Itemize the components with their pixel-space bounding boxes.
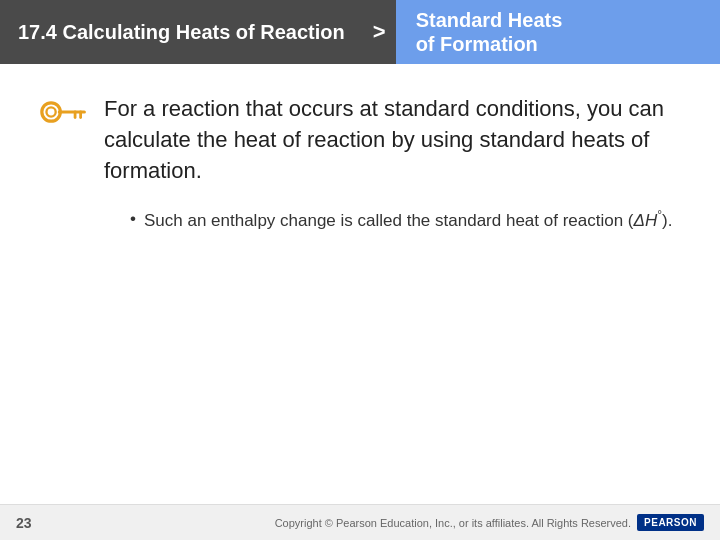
header-arrow: > bbox=[363, 0, 396, 64]
header-left-section: 17.4 Calculating Heats of Reaction bbox=[0, 0, 363, 64]
bullet-text: Such an enthalpy change is called the st… bbox=[144, 206, 672, 233]
main-paragraph: For a reaction that occurs at standard c… bbox=[104, 94, 680, 186]
key-paragraph-row: For a reaction that occurs at standard c… bbox=[40, 94, 680, 186]
section-title: 17.4 Calculating Heats of Reaction bbox=[18, 21, 345, 44]
svg-point-0 bbox=[42, 103, 60, 121]
pearson-logo-area: Copyright © Pearson Education, Inc., or … bbox=[275, 514, 704, 531]
header-right-section: Standard Heats of Formation bbox=[396, 0, 720, 64]
bullet-section: • Such an enthalpy change is called the … bbox=[40, 206, 680, 233]
main-content: For a reaction that occurs at standard c… bbox=[0, 64, 720, 254]
header-bar: 17.4 Calculating Heats of Reaction > Sta… bbox=[0, 0, 720, 64]
bullet-item: • Such an enthalpy change is called the … bbox=[130, 206, 680, 233]
key-icon bbox=[40, 98, 88, 126]
svg-point-1 bbox=[46, 107, 55, 116]
key-svg-graphic bbox=[40, 98, 88, 126]
footer: 23 Copyright © Pearson Education, Inc., … bbox=[0, 504, 720, 540]
copyright-text: Copyright © Pearson Education, Inc., or … bbox=[275, 517, 631, 529]
page-number: 23 bbox=[16, 515, 32, 531]
pearson-badge: PEARSON bbox=[637, 514, 704, 531]
subsection-title: Standard Heats of Formation bbox=[416, 8, 563, 56]
bullet-dot: • bbox=[130, 206, 136, 232]
delta-symbol: ΔH bbox=[634, 211, 658, 230]
